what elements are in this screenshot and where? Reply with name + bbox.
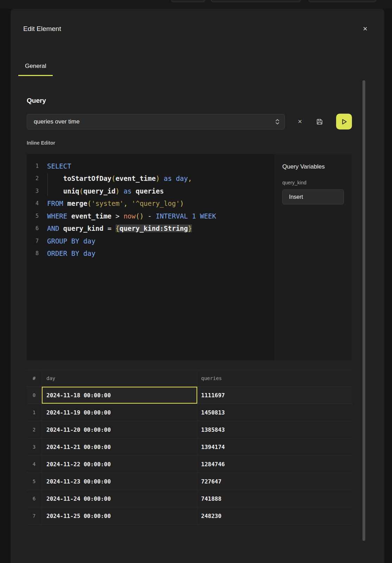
floppy-disk-icon — [316, 118, 323, 125]
table-row: 32024-11-21 00:00:001394174 — [27, 438, 352, 456]
cell-queries[interactable]: 1284746 — [197, 456, 352, 473]
row-index: 3 — [27, 438, 41, 455]
clear-query-button[interactable]: × — [295, 116, 305, 127]
line-number: 3 — [27, 188, 39, 194]
line-number: 2 — [27, 175, 39, 182]
insert-variable-button[interactable]: Insert — [282, 189, 344, 204]
table-row: 52024-11-23 00:00:00727647 — [27, 473, 352, 490]
code-line: 2 toStartOfDay(event_time) as day, — [27, 172, 274, 185]
cell-day[interactable]: 2024-11-24 00:00:00 — [41, 490, 197, 507]
query-variables-title: Query Variables — [282, 163, 344, 170]
row-index: 7 — [27, 507, 41, 524]
indent-guide — [47, 173, 48, 196]
column-header-queries[interactable]: queries — [197, 370, 352, 386]
column-header-index[interactable]: # — [27, 370, 41, 386]
cell-day[interactable]: 2024-11-21 00:00:00 — [41, 438, 197, 455]
code-line: 6AND query_kind = {query_kind:String} — [27, 222, 274, 235]
select-chevrons-icon — [275, 118, 279, 125]
tab-general[interactable]: General — [18, 63, 53, 76]
code-line: 7GROUP BY day — [27, 235, 274, 247]
code-line: 1SELECT — [27, 160, 274, 172]
table-row: 62024-11-24 00:00:00741888 — [27, 490, 352, 507]
code-text: FROM merge('system', '^query_log') — [47, 200, 184, 207]
cell-day[interactable]: 2024-11-18 00:00:00 — [41, 387, 197, 404]
line-number: 5 — [27, 213, 39, 219]
query-variables-panel: Query Variables query_kind Insert — [274, 154, 352, 360]
cell-day[interactable]: 2024-11-25 00:00:00 — [41, 507, 197, 524]
query-select-row: queries over time × — [27, 114, 352, 129]
table-row: 12024-11-19 00:00:001450813 — [27, 404, 352, 421]
cell-queries[interactable]: 727647 — [197, 473, 352, 490]
code-text: GROUP BY day — [47, 237, 95, 245]
code-line: 3 uniq(query_id) as queries — [27, 185, 274, 197]
results-table-footer — [27, 525, 352, 533]
cell-queries[interactable]: 741888 — [197, 490, 352, 507]
code-text: SELECT — [47, 162, 71, 170]
inline-editor: 1SELECT2 toStartOfDay(event_time) as day… — [27, 154, 352, 360]
modal-content: Query queries over time × — [27, 89, 352, 533]
toolbar-button-partial[interactable] — [171, 0, 205, 2]
close-icon[interactable]: × — [361, 24, 369, 34]
query-select-value: queries over time — [34, 118, 275, 125]
cell-queries[interactable]: 1385843 — [197, 421, 352, 438]
sql-code: 1SELECT2 toStartOfDay(event_time) as day… — [27, 160, 274, 260]
code-line: 8ORDER BY day — [27, 247, 274, 260]
cell-day[interactable]: 2024-11-23 00:00:00 — [41, 473, 197, 490]
cell-queries[interactable]: 1394174 — [197, 438, 352, 455]
cell-queries[interactable]: 1111697 — [197, 387, 352, 404]
table-row: 02024-11-18 00:00:001111697 — [27, 387, 352, 404]
row-index: 4 — [27, 456, 41, 473]
play-icon — [340, 118, 348, 126]
table-row: 72024-11-25 00:00:00248230 — [27, 507, 352, 525]
variable-name-label: query_kind — [282, 180, 344, 185]
row-index: 2 — [27, 421, 41, 438]
cell-day[interactable]: 2024-11-22 00:00:00 — [41, 456, 197, 473]
row-index: 0 — [27, 387, 41, 404]
run-query-button[interactable] — [336, 114, 352, 129]
results-table: # day queries 02024-11-18 00:00:00111169… — [27, 370, 352, 533]
scrollbar[interactable] — [362, 80, 365, 541]
toolbar-searchbar-partial[interactable] — [211, 0, 301, 2]
query-select[interactable]: queries over time — [27, 114, 285, 129]
save-query-button[interactable] — [314, 116, 326, 127]
modal-title: Edit Element — [23, 25, 61, 33]
line-number: 4 — [27, 200, 39, 207]
top-toolbar — [0, 0, 392, 9]
cell-queries[interactable]: 248230 — [197, 507, 352, 524]
line-number: 7 — [27, 238, 39, 244]
code-line: 5WHERE event_time > now() - INTERVAL 1 W… — [27, 210, 274, 222]
code-text: AND query_kind = {query_kind:String} — [47, 224, 192, 232]
code-text: WHERE event_time > now() - INTERVAL 1 WE… — [47, 212, 216, 220]
results-table-header: # day queries — [27, 370, 352, 387]
code-line: 4FROM merge('system', '^query_log') — [27, 197, 274, 210]
cell-day[interactable]: 2024-11-19 00:00:00 — [41, 404, 197, 421]
table-row: 42024-11-22 00:00:001284746 — [27, 456, 352, 473]
sql-editor[interactable]: 1SELECT2 toStartOfDay(event_time) as day… — [27, 154, 274, 360]
cell-queries[interactable]: 1450813 — [197, 404, 352, 421]
row-index: 5 — [27, 473, 41, 490]
line-number: 8 — [27, 250, 39, 257]
code-text: uniq(query_id) as queries — [47, 187, 164, 195]
code-text: ORDER BY day — [47, 249, 95, 257]
cell-day[interactable]: 2024-11-20 00:00:00 — [41, 421, 197, 438]
query-section-heading: Query — [27, 97, 352, 105]
results-table-body: 02024-11-18 00:00:00111169712024-11-19 0… — [27, 387, 352, 525]
line-number: 1 — [27, 163, 39, 169]
line-number: 6 — [27, 225, 39, 232]
code-text: toStartOfDay(event_time) as day, — [47, 175, 192, 182]
row-index: 1 — [27, 404, 41, 421]
table-row: 22024-11-20 00:00:001385843 — [27, 421, 352, 438]
row-index: 6 — [27, 490, 41, 507]
inline-editor-label: Inline Editor — [27, 140, 352, 146]
edit-element-modal: Edit Element × General Query queries ove… — [11, 9, 384, 563]
column-header-day[interactable]: day — [41, 370, 197, 386]
toolbar-control-partial[interactable] — [309, 0, 376, 2]
